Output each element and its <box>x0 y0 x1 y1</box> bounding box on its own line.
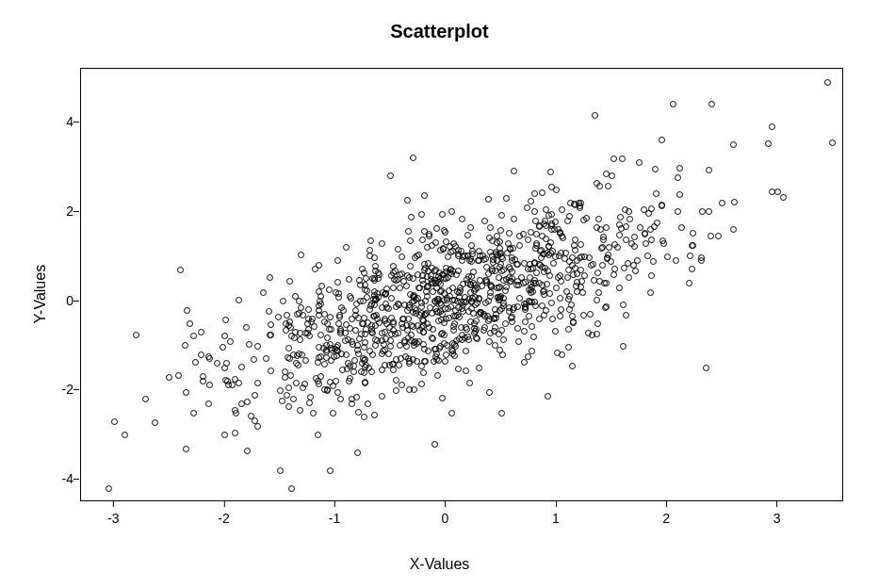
data-point <box>354 449 361 456</box>
data-point <box>533 231 540 237</box>
data-point <box>390 320 397 327</box>
data-point <box>464 232 471 238</box>
data-point <box>452 313 459 319</box>
data-point <box>326 286 333 293</box>
data-point <box>333 378 339 384</box>
data-point <box>498 410 505 416</box>
data-point <box>434 372 441 379</box>
data-point <box>297 407 303 414</box>
data-point <box>352 327 359 334</box>
data-point <box>284 312 290 318</box>
data-point <box>395 330 401 336</box>
data-point <box>260 289 267 296</box>
data-point <box>500 300 507 306</box>
data-point <box>448 208 455 215</box>
data-point <box>376 271 383 278</box>
data-point <box>620 302 627 308</box>
y-tick: 4 <box>38 114 73 129</box>
data-point <box>346 276 352 283</box>
data-point <box>463 368 469 374</box>
data-point <box>423 288 430 295</box>
data-point <box>678 224 685 231</box>
data-point <box>493 311 499 318</box>
data-point <box>466 380 473 386</box>
data-point <box>349 338 355 345</box>
data-point <box>498 268 505 274</box>
data-point <box>514 261 521 268</box>
data-point <box>706 208 712 215</box>
data-point <box>473 318 480 324</box>
data-point <box>616 232 623 238</box>
data-point <box>620 343 627 350</box>
x-tick-label: 3 <box>773 511 781 526</box>
data-point <box>609 172 615 179</box>
data-point <box>198 351 204 358</box>
data-point <box>605 183 611 189</box>
data-point <box>547 239 554 246</box>
data-point <box>290 396 297 402</box>
data-point <box>420 329 427 335</box>
data-point <box>467 224 474 231</box>
data-point <box>595 289 602 296</box>
data-point <box>599 262 606 269</box>
data-point <box>578 241 584 248</box>
data-point <box>498 212 505 219</box>
data-point <box>564 218 571 224</box>
data-point <box>528 198 534 204</box>
data-point <box>371 412 378 418</box>
scatterplot-chart: Scatterplot Y-Values X-Values -3-2-10123… <box>0 0 879 588</box>
data-point <box>579 289 586 296</box>
data-point <box>405 228 412 235</box>
data-point <box>616 285 623 291</box>
data-point <box>421 358 428 365</box>
data-point <box>387 172 394 179</box>
data-point <box>525 237 531 243</box>
data-point <box>565 326 572 333</box>
data-point <box>347 293 353 300</box>
data-point <box>315 432 321 438</box>
y-tick: -4 <box>38 471 73 486</box>
data-point <box>268 321 274 328</box>
data-point <box>327 467 334 474</box>
data-point <box>522 318 529 325</box>
data-point <box>433 308 440 315</box>
data-point <box>553 187 560 193</box>
data-point <box>531 190 538 197</box>
data-point <box>362 331 368 337</box>
y-tick-label: 2 <box>38 204 73 219</box>
data-point <box>543 206 549 213</box>
data-point <box>324 320 331 327</box>
data-point <box>385 351 392 357</box>
data-point <box>442 358 448 365</box>
data-point <box>557 295 563 302</box>
data-point <box>379 240 385 247</box>
data-point <box>106 485 112 492</box>
data-point <box>279 398 285 404</box>
data-point <box>343 321 350 328</box>
x-axis: -3-2-10123 <box>80 507 843 526</box>
data-point <box>481 218 488 224</box>
data-point <box>285 384 292 391</box>
data-point <box>589 332 595 338</box>
data-point <box>626 208 632 215</box>
data-point <box>592 112 598 119</box>
data-point <box>280 298 286 304</box>
data-point <box>407 237 414 244</box>
data-point <box>268 368 274 374</box>
data-point <box>379 367 385 373</box>
data-point <box>267 274 273 281</box>
data-point <box>516 242 523 249</box>
data-point <box>435 318 442 324</box>
data-point <box>730 141 737 148</box>
data-point <box>545 393 551 400</box>
data-point <box>285 345 292 351</box>
data-point <box>293 380 300 386</box>
data-point <box>370 313 377 319</box>
data-point <box>298 252 304 258</box>
data-point <box>418 211 425 218</box>
data-point <box>227 338 234 345</box>
data-point <box>780 194 787 201</box>
data-point <box>366 365 372 371</box>
data-point <box>659 137 665 143</box>
data-point <box>610 271 617 278</box>
